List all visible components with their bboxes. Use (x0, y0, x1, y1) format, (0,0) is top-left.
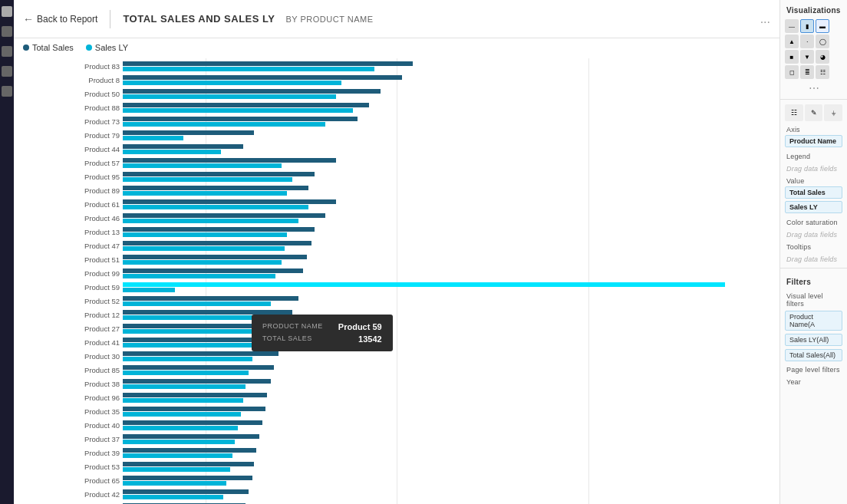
bar-ly[interactable] (123, 232, 287, 237)
bar-total[interactable] (123, 241, 311, 245)
chart-scroll-area[interactable]: Product 83Product 8Product 50Product 88P… (14, 55, 779, 504)
row-label: Product 59 (68, 283, 120, 292)
bar-total[interactable] (123, 268, 303, 273)
bar-ly[interactable] (123, 426, 238, 430)
bar-ly[interactable] (123, 205, 308, 209)
bar-total[interactable] (123, 199, 336, 204)
filter-sales-ly[interactable]: Sales LY(All) (785, 334, 842, 346)
bar-ly[interactable] (123, 329, 259, 334)
bar-ly[interactable] (123, 274, 275, 278)
viz-bar-icon[interactable]: ▮ (800, 19, 814, 33)
bar-total[interactable] (123, 158, 336, 163)
bar-ly[interactable] (123, 301, 271, 306)
bar-ly[interactable] (123, 136, 183, 140)
row-label: Product 52 (68, 297, 120, 305)
axis-value[interactable]: Product Name (785, 135, 842, 147)
bar-ly[interactable] (123, 288, 175, 292)
sidebar-icon-data[interactable] (2, 46, 12, 57)
viz-card-icon[interactable]: ◻ (785, 65, 799, 79)
bar-ly[interactable] (123, 122, 325, 127)
sidebar-icon-report[interactable] (2, 66, 12, 77)
bar-total[interactable] (123, 296, 298, 301)
bar-total[interactable] (123, 434, 259, 439)
more-viz-dots[interactable]: ⋯ (780, 81, 847, 96)
bar-ly[interactable] (123, 371, 249, 375)
top-bar-menu[interactable]: ... (760, 12, 770, 26)
bar-total[interactable] (123, 172, 315, 176)
bar-ly[interactable] (123, 163, 282, 168)
tooltip-product-key: PRODUCT NAME (262, 322, 323, 331)
bar-total[interactable] (123, 462, 254, 466)
bar-total[interactable] (123, 448, 256, 453)
bar-ly[interactable] (123, 81, 341, 85)
format-btn[interactable]: ✎ (805, 104, 823, 121)
field-format-row: ☷ ✎ ⏚ (780, 103, 847, 123)
bar-ly[interactable] (123, 384, 246, 389)
bar-total[interactable] (123, 282, 725, 287)
bar-ly[interactable] (123, 177, 292, 182)
sidebar-icon-search[interactable] (2, 26, 12, 37)
bar-ly[interactable] (123, 191, 287, 196)
filter-total-sales[interactable]: Total Sales(All) (785, 349, 842, 361)
viz-gauge-icon[interactable]: ◕ (816, 50, 829, 64)
fields-btn[interactable]: ☷ (785, 104, 803, 121)
bar-total[interactable] (123, 420, 262, 425)
bar-total[interactable] (123, 365, 274, 370)
viz-type-icons: — ▮ ▬ ▲ ⋅ ◯ ■ ▼ ◕ ◻ ≣ ☷ (780, 18, 847, 81)
viz-table-icon[interactable]: ≣ (800, 65, 814, 79)
bar-ly[interactable] (123, 495, 223, 499)
bar-ly[interactable] (123, 412, 241, 417)
viz-area-icon[interactable]: ▲ (785, 35, 799, 48)
bar-total[interactable] (123, 186, 308, 190)
viz-matrix-icon[interactable]: ☷ (816, 65, 829, 79)
viz-line-icon[interactable]: — (785, 19, 799, 33)
bar-total[interactable] (123, 61, 413, 66)
bar-ly[interactable] (123, 453, 232, 458)
bar-ly[interactable] (123, 108, 353, 113)
bar-ly[interactable] (123, 67, 374, 71)
bar-total[interactable] (123, 379, 271, 384)
bar-total[interactable] (123, 213, 325, 218)
bar-total[interactable] (123, 407, 265, 411)
bar-ly[interactable] (123, 246, 285, 251)
sidebar-icon-home[interactable] (2, 6, 12, 17)
back-button[interactable]: ← Back to Report (23, 13, 97, 25)
row-label: Product 99 (68, 269, 120, 278)
row-label: Product 35 (68, 407, 120, 416)
bar-total[interactable] (123, 89, 381, 94)
sidebar-icon-settings[interactable] (2, 86, 12, 97)
bar-total[interactable] (123, 103, 369, 107)
bar-ly[interactable] (123, 343, 256, 348)
viz-scatter-icon[interactable]: ⋅ (800, 35, 814, 48)
bar-ly[interactable] (123, 481, 226, 486)
filter-product-name[interactable]: Product Name(A (785, 311, 842, 331)
bar-total[interactable] (123, 255, 307, 259)
value-total-sales[interactable]: Total Sales (785, 186, 842, 199)
tooltips-label: Tooltips (780, 240, 847, 252)
bar-ly[interactable] (123, 357, 252, 361)
bar-total[interactable] (123, 117, 358, 121)
viz-pie-icon[interactable]: ◯ (816, 35, 829, 48)
bar-total[interactable] (123, 393, 267, 397)
bar-total[interactable] (123, 227, 315, 232)
viz-map-icon[interactable]: ■ (785, 50, 799, 64)
bar-ly[interactable] (123, 150, 221, 154)
bar-ly[interactable] (123, 219, 298, 223)
viz-hbar-icon[interactable]: ▬ (816, 19, 829, 33)
row-label: Product 8 (68, 76, 120, 84)
viz-funnel-icon[interactable]: ▼ (800, 50, 814, 64)
bar-ly[interactable] (123, 94, 336, 99)
analytics-btn[interactable]: ⏚ (824, 104, 842, 121)
bar-total[interactable] (123, 75, 402, 80)
bar-ly[interactable] (123, 440, 235, 444)
bar-total[interactable] (123, 130, 254, 135)
value-sales-ly[interactable]: Sales LY (785, 201, 842, 213)
bar-ly[interactable] (123, 315, 265, 320)
bar-ly[interactable] (123, 467, 230, 472)
bar-ly[interactable] (123, 260, 282, 265)
bar-total[interactable] (123, 476, 252, 480)
bar-total[interactable] (123, 144, 243, 149)
bar-total[interactable] (123, 351, 278, 356)
bar-ly[interactable] (123, 398, 243, 403)
bar-total[interactable] (123, 489, 249, 494)
